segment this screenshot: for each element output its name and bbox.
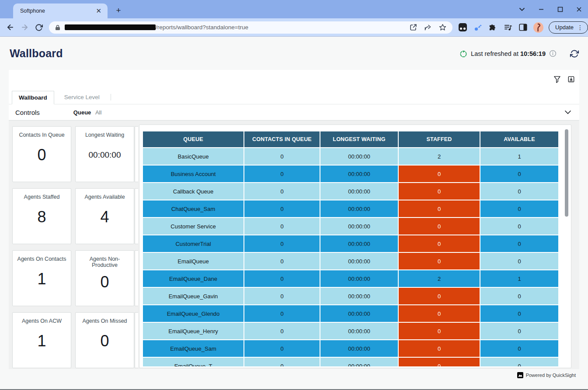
tab-close-icon[interactable]: ✕ (94, 7, 103, 15)
open-in-new-icon[interactable] (410, 24, 417, 31)
new-tab-button[interactable]: + (113, 5, 124, 16)
staffed-cell: 0 (399, 200, 480, 217)
bookmark-star-icon[interactable] (439, 24, 446, 31)
puzzle-extensions-icon[interactable] (489, 23, 497, 31)
kpi-card-clipped (135, 188, 138, 244)
kpi-value: 1 (37, 324, 46, 358)
contacts-cell: 0 (244, 288, 320, 304)
staffed-cell: 2 (399, 148, 480, 165)
available-cell: 0 (480, 340, 558, 357)
longest-waiting-cell: 00:00:00 (320, 218, 398, 235)
contacts-cell: 0 (244, 148, 320, 165)
share-icon[interactable] (424, 24, 432, 31)
queue-filter-value: All (95, 109, 101, 116)
queue-table-column-header: QUEUE (143, 131, 244, 147)
extension-dots-icon[interactable] (459, 23, 467, 31)
tab-service-level[interactable]: Service Level (58, 90, 106, 104)
available-cell: 0 (480, 183, 558, 200)
contacts-cell: 0 (244, 218, 320, 235)
staffed-cell: 0 (399, 323, 480, 339)
kpi-card: Agents Available4 (75, 188, 134, 244)
playlist-icon[interactable] (504, 24, 512, 31)
kpi-value: 4 (100, 200, 109, 234)
longest-waiting-cell: 00:00:00 (320, 166, 398, 182)
browser-titlebar: Softphone ✕ + (0, 0, 588, 18)
profile-avatar[interactable] (533, 22, 544, 33)
queue-table-column-header: CONTACTS IN QUEUE (244, 131, 320, 147)
queue-row: EmailQueue_Glendo000:00:0000 (143, 305, 558, 322)
contacts-cell: 0 (244, 270, 320, 287)
contacts-cell: 0 (244, 358, 320, 366)
controls-title: Controls (15, 109, 40, 116)
kpi-value: 00:00:00 (89, 138, 121, 172)
refresh-button[interactable] (570, 49, 579, 58)
minimize-icon[interactable] (538, 6, 544, 12)
tab-title: Softphone (20, 8, 94, 14)
kpi-card: Agents On ACW1 (12, 312, 71, 368)
longest-waiting-cell: 00:00:00 (320, 148, 398, 165)
longest-waiting-cell: 00:00:00 (320, 340, 398, 357)
last-refreshed-label: Last refreshed at 10:56:19 (471, 50, 546, 57)
kpi-card: Longest Waiting00:00:00 (75, 126, 134, 182)
update-button[interactable]: Update ⋮ (549, 21, 588, 34)
info-icon[interactable] (549, 50, 557, 57)
browser-tab-softphone[interactable]: Softphone ✕ (13, 3, 108, 18)
forward-icon[interactable] (21, 23, 29, 31)
queue-name-cell: EmailQueue_Henry (143, 323, 244, 339)
available-cell: 0 (480, 305, 558, 322)
kpi-value: 0 (100, 324, 109, 358)
kpi-clipped-column (135, 126, 138, 369)
dashboard-panel: Wallboard Service Level Controls Queue A… (9, 70, 579, 369)
staffed-cell: 0 (399, 288, 480, 304)
queue-row: EmailQueue_Henry000:00:0000 (143, 323, 558, 339)
filter-icon[interactable] (553, 76, 561, 83)
kpi-card-clipped (135, 250, 138, 306)
queue-name-cell: EmailQueue_Sam (143, 340, 244, 357)
queue-table: QUEUECONTACTS IN QUEUELONGEST WAITINGSTA… (142, 131, 559, 366)
panel-toolbar (553, 76, 575, 83)
queue-row: BasicQueue000:00:0021 (143, 148, 558, 165)
window-controls (519, 0, 582, 18)
kpi-label: Contacts In Queue (17, 132, 66, 138)
tab-search-chevron-icon[interactable] (519, 7, 525, 11)
queue-name-cell: EmailQueue_Dane (143, 270, 244, 287)
table-scrollbar-thumb[interactable] (565, 129, 568, 217)
kpi-label: Longest Waiting (84, 132, 126, 138)
queue-name-cell: Callback Queue (143, 183, 244, 200)
export-icon[interactable] (567, 76, 575, 83)
kpi-card-clipped (135, 312, 138, 368)
browser-menu-kebab-icon[interactable]: ⋮ (577, 24, 583, 31)
collapse-controls-chevron-icon[interactable] (564, 110, 571, 114)
staffed-cell: 0 (399, 183, 480, 200)
available-cell: 1 (480, 148, 558, 165)
side-panel-icon[interactable] (519, 24, 527, 31)
queue-table-panel: QUEUECONTACTS IN QUEUELONGEST WAITINGSTA… (139, 124, 571, 368)
reload-icon[interactable] (35, 24, 43, 31)
longest-waiting-cell: 00:00:00 (320, 183, 398, 200)
sheet-tabs: Wallboard Service Level (9, 91, 579, 104)
tab-wallboard[interactable]: Wallboard (12, 91, 54, 104)
maximize-icon[interactable] (557, 7, 563, 12)
back-icon[interactable] (6, 23, 14, 31)
contacts-cell: 0 (244, 323, 320, 339)
queue-name-cell: ChatQueue_Sam (143, 200, 244, 217)
queue-filter[interactable]: Queue All (73, 109, 102, 116)
redacted-url-domain (65, 24, 156, 30)
queue-table-column-header: STAFFED (399, 131, 480, 147)
queue-filter-label: Queue (73, 109, 91, 116)
staffed-cell: 0 (399, 166, 480, 182)
key-icon[interactable] (473, 23, 482, 32)
queue-table-column-header: LONGEST WAITING (320, 131, 398, 147)
kpi-label: Agents Available (83, 194, 126, 200)
close-window-icon[interactable] (576, 7, 582, 12)
available-cell: 0 (480, 200, 558, 217)
kpi-card-clipped (135, 126, 138, 182)
url-bar[interactable]: /reports/wallboard?standalone=true (49, 21, 452, 34)
last-refreshed-time: 10:56:19 (520, 50, 546, 57)
available-cell: 0 (480, 288, 558, 304)
staffed-cell: 0 (399, 305, 480, 322)
refresh-status: Last refreshed at 10:56:19 (459, 49, 579, 58)
queue-row: ChatQueue_Sam000:00:0000 (143, 200, 558, 217)
kpi-grid: Contacts In Queue0Longest Waiting00:00:0… (12, 126, 135, 368)
available-cell: 0 (480, 358, 558, 366)
